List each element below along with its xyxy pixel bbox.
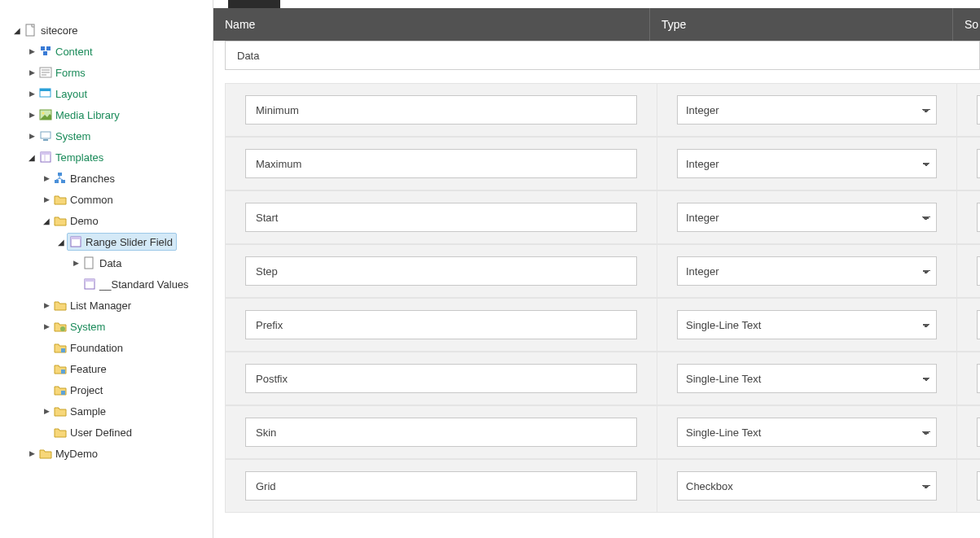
- template-builder: Name Type So IntegerSingle-Line TextChec…: [213, 0, 980, 538]
- toggle-icon[interactable]: [24, 44, 39, 59]
- tree-label: sitecore: [41, 24, 78, 37]
- tree-node-layout[interactable]: Layout: [3, 83, 213, 104]
- template-item-icon: [69, 235, 82, 248]
- field-source-input[interactable]: [977, 310, 980, 339]
- field-name-input[interactable]: [245, 95, 637, 125]
- field-row: IntegerSingle-Line TextCheckbox: [225, 244, 980, 298]
- tree-label: System: [70, 321, 105, 333]
- field-row: IntegerSingle-Line TextCheckbox: [225, 137, 980, 190]
- field-source-input[interactable]: [977, 203, 980, 232]
- tree-node-feature[interactable]: Feature: [3, 358, 213, 379]
- header-name: Name: [213, 8, 650, 41]
- tree-node-branches[interactable]: Branches: [3, 168, 213, 189]
- tree-label: List Manager: [70, 300, 131, 312]
- tree-node-standard-values[interactable]: __Standard Values: [3, 273, 213, 295]
- toggle-icon[interactable]: [68, 256, 83, 270]
- field-name-input[interactable]: [245, 418, 637, 447]
- field-type-select[interactable]: IntegerSingle-Line TextCheckbox: [677, 149, 937, 178]
- field-type-select[interactable]: IntegerSingle-Line TextCheckbox: [677, 203, 937, 232]
- tree-label: User Defined: [70, 426, 132, 439]
- toggle-icon[interactable]: [24, 86, 39, 101]
- tree-label: Content: [55, 46, 93, 58]
- svg-rect-27: [85, 279, 94, 282]
- tree-node-common[interactable]: Common: [3, 189, 213, 210]
- tree-node-system[interactable]: System: [3, 125, 213, 147]
- tree-node-mydemo[interactable]: MyDemo: [3, 443, 213, 464]
- field-name-input[interactable]: [245, 203, 637, 232]
- field-source-input[interactable]: [977, 95, 980, 125]
- folder-cube-icon: [54, 362, 67, 375]
- field-source-input[interactable]: [977, 471, 980, 501]
- field-type-select[interactable]: IntegerSingle-Line TextCheckbox: [677, 95, 937, 125]
- field-name-input[interactable]: [245, 149, 637, 178]
- svg-rect-31: [61, 391, 65, 395]
- field-source-input[interactable]: [977, 364, 980, 393]
- field-name-input[interactable]: [245, 256, 637, 286]
- toggle-icon[interactable]: [24, 129, 39, 143]
- tree-node-sitecore[interactable]: sitecore: [3, 20, 213, 41]
- tree-label: Data: [99, 257, 121, 269]
- tree-node-project[interactable]: Project: [3, 379, 213, 400]
- toggle-icon[interactable]: [24, 107, 39, 122]
- field-type-select[interactable]: IntegerSingle-Line TextCheckbox: [677, 256, 937, 286]
- svg-rect-25: [85, 257, 93, 269]
- tree-node-system2[interactable]: System: [3, 316, 213, 337]
- tree-node-range-slider[interactable]: Range Slider Field: [3, 231, 213, 252]
- field-name-input[interactable]: [245, 364, 637, 393]
- field-name-input[interactable]: [245, 310, 637, 339]
- tree-node-foundation[interactable]: Foundation: [3, 337, 213, 358]
- field-type-select[interactable]: IntegerSingle-Line TextCheckbox: [677, 364, 937, 393]
- svg-rect-18: [55, 180, 59, 183]
- field-type-select[interactable]: IntegerSingle-Line TextCheckbox: [677, 471, 937, 501]
- tree-label: MyDemo: [55, 448, 98, 460]
- toggle-icon[interactable]: [39, 319, 54, 334]
- tree-node-forms[interactable]: Forms: [3, 62, 213, 83]
- toggle-icon[interactable]: [24, 150, 39, 164]
- field-row: IntegerSingle-Line TextCheckbox: [225, 190, 980, 244]
- tree-label: Templates: [55, 151, 103, 164]
- tree-node-sample[interactable]: Sample: [3, 400, 213, 422]
- tree-label: Project: [70, 384, 103, 396]
- tree-node-content[interactable]: Content: [3, 41, 213, 62]
- tree-node-media[interactable]: Media Library: [3, 104, 213, 125]
- tree-label: Demo: [70, 215, 99, 227]
- svg-rect-1: [41, 46, 45, 50]
- document-icon: [83, 256, 96, 269]
- field-source-input[interactable]: [977, 256, 980, 286]
- field-source-input[interactable]: [977, 418, 980, 447]
- toggle-icon[interactable]: [39, 171, 54, 186]
- tree-node-user-defined[interactable]: User Defined: [3, 422, 213, 443]
- tree-label: Range Slider Field: [86, 236, 173, 248]
- svg-point-28: [60, 326, 65, 331]
- toggle-icon[interactable]: [39, 404, 54, 418]
- tree-label: Sample: [70, 405, 106, 418]
- tree-node-templates[interactable]: Templates: [3, 147, 213, 168]
- header-source: So: [953, 8, 980, 41]
- field-row: IntegerSingle-Line TextCheckbox: [225, 83, 980, 137]
- field-source-input[interactable]: [977, 149, 980, 178]
- toggle-icon[interactable]: [24, 65, 39, 80]
- tree-node-data[interactable]: Data: [3, 252, 213, 273]
- folder-icon: [54, 299, 67, 312]
- field-type-select[interactable]: IntegerSingle-Line TextCheckbox: [677, 418, 937, 447]
- svg-rect-12: [41, 132, 51, 138]
- svg-rect-30: [61, 370, 65, 374]
- tree-label: Feature: [70, 363, 107, 375]
- tree-node-list-manager[interactable]: List Manager: [3, 295, 213, 316]
- content-tree: sitecore Content Forms: [0, 0, 213, 538]
- toggle-icon[interactable]: [39, 213, 54, 228]
- section-field[interactable]: [237, 50, 968, 62]
- tree-node-demo[interactable]: Demo: [3, 210, 213, 231]
- section-name-input[interactable]: [225, 41, 980, 70]
- toggle-icon[interactable]: [24, 446, 39, 461]
- toggle-icon[interactable]: [39, 298, 54, 313]
- field-type-select[interactable]: IntegerSingle-Line TextCheckbox: [677, 310, 937, 339]
- folder-cube-icon: [54, 383, 67, 396]
- field-name-input[interactable]: [245, 471, 637, 501]
- toggle-icon[interactable]: [39, 192, 54, 207]
- svg-line-21: [56, 178, 59, 180]
- svg-rect-3: [43, 51, 47, 55]
- system-icon: [39, 129, 52, 142]
- toggle-icon[interactable]: [10, 23, 24, 37]
- template-item-icon: [83, 278, 96, 291]
